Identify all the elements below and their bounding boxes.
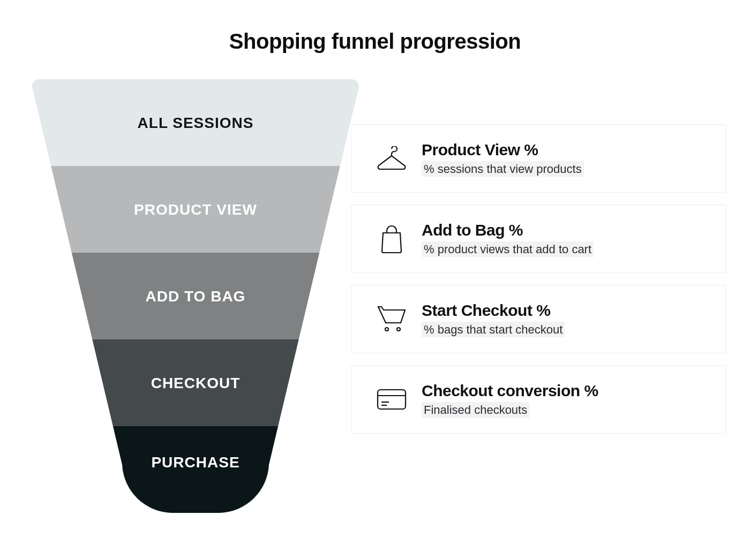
svg-point-1 [397,328,400,331]
bag-icon [379,224,404,253]
funnel-label-checkout: CHECKOUT [32,375,359,392]
card-title: Checkout conversion % [422,382,725,400]
credit-card-icon [376,388,407,411]
card-subtitle: % sessions that view products [422,161,584,177]
card-subtitle: Finalised checkouts [422,402,529,418]
funnel-label-add-to-bag: ADD TO BAG [32,288,359,305]
card-subtitle: % product views that add to cart [422,241,594,257]
page-title: Shopping funnel progression [0,29,750,54]
funnel: ALL SESSIONS PRODUCT VIEW ADD TO BAG CHE… [32,79,359,513]
card-product-view: Product View % % sessions that view prod… [351,124,726,193]
svg-rect-2 [378,390,406,409]
card-checkout-conversion: Checkout conversion % Finalised checkout… [351,365,726,434]
metric-cards: Product View % % sessions that view prod… [351,124,726,445]
funnel-label-all-sessions: ALL SESSIONS [32,115,359,132]
card-title: Add to Bag % [422,221,725,239]
card-title: Start Checkout % [422,301,725,320]
funnel-label-purchase: PURCHASE [32,454,359,471]
card-title: Product View % [422,141,725,159]
card-subtitle: % bags that start checkout [422,322,565,337]
card-add-to-bag: Add to Bag % % product views that add to… [351,205,726,273]
hanger-icon [376,146,408,171]
funnel-label-product-view: PRODUCT VIEW [32,201,359,218]
svg-point-0 [385,328,388,331]
card-start-checkout: Start Checkout % % bags that start check… [351,285,726,353]
cart-icon [376,305,407,334]
